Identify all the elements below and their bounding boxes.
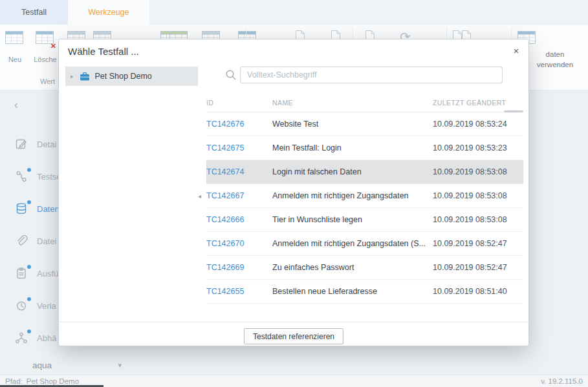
ribbon-group-label: Wert (40, 78, 55, 85)
dependencies-icon (14, 331, 28, 345)
testcase-name: Mein Testfall: Login (272, 143, 342, 152)
testcase-name: Login mit falschen Daten (272, 167, 362, 176)
tree-item-pet-shop-demo[interactable]: ▸ Pet Shop Demo (65, 67, 198, 86)
panel-collapse-icon[interactable]: ◂ (198, 193, 201, 200)
testcase-id-link[interactable]: TC142655 (206, 287, 244, 296)
testsequence-icon (14, 169, 28, 183)
table-row[interactable]: TC142676Website Test10.09.2019 08:53:24 (206, 112, 523, 136)
testcase-changed: 10.09.2019 08:52:47 (433, 263, 507, 272)
testcase-id-link[interactable]: TC142669 (206, 263, 244, 272)
execution-icon (14, 266, 28, 280)
sidebar-item-label: Daten (37, 204, 60, 214)
sidebar-footer-aqua[interactable]: aqua ▾ (0, 354, 129, 376)
delete-x-mark: ✕ (50, 42, 56, 50)
notification-dot (27, 265, 31, 269)
testcase-name: Tier in Wunschliste legen (272, 215, 362, 224)
notification-dot (27, 200, 31, 204)
column-header-id[interactable]: ID (206, 99, 213, 107)
ribbon-tab-bar: Testfall Werkzeuge (0, 0, 588, 25)
path-value: Pet Shop Demo (27, 377, 79, 385)
close-icon[interactable]: × (509, 43, 523, 58)
tree-item-label: Pet Shop Demo (95, 72, 152, 81)
choose-testcase-dialog: Wähle Testfall ... × ▸ Pet Shop Demo ID … (58, 39, 529, 346)
details-icon (14, 137, 28, 151)
tab-werkzeuge[interactable]: Werkzeuge (68, 0, 149, 25)
sidebar-item-label: Abhä (37, 333, 56, 343)
table-row[interactable]: TC142674Login mit falschen Daten10.09.20… (206, 160, 523, 184)
notification-dot (27, 297, 31, 301)
version-label: v. 19.2.115.0 (541, 377, 583, 385)
testcase-name: Bestellen neue Lieferadresse (272, 287, 377, 296)
testcase-id-link[interactable]: TC142675 (206, 143, 244, 152)
tab-testfall[interactable]: Testfall (0, 0, 68, 25)
sidebar-item-label: Ausfü (37, 269, 58, 278)
aqua-logo: aqua (32, 361, 52, 370)
testcase-id-link[interactable]: TC142670 (206, 239, 244, 248)
sidebar-item-label: Testse (37, 172, 61, 182)
sidebar-item-label: Detai (37, 140, 56, 149)
table-row[interactable]: TC142669Zu einfaches Passwort10.09.2019 … (206, 256, 523, 280)
testcase-changed: 10.09.2019 08:51:40 (433, 287, 507, 296)
tree-expand-icon[interactable]: ▸ (71, 73, 74, 79)
testcase-changed: 10.09.2019 08:53:23 (433, 143, 507, 152)
sidebar-item-label: Datei (37, 236, 56, 246)
testcase-changed: 10.09.2019 08:53:08 (433, 191, 507, 200)
testcase-id-link[interactable]: TC142674 (206, 167, 244, 176)
data-icon (14, 202, 28, 216)
files-icon (14, 234, 28, 248)
testcase-name: Anmelden mit richtigen Zugangsdaten (272, 191, 409, 200)
testcase-name: Anmelden mit richtigen Zugangsdaten (S..… (272, 239, 426, 248)
testcase-table-body: TC142676Website Test10.09.2019 08:53:24T… (206, 112, 523, 304)
project-briefcase-icon (80, 72, 90, 81)
table-row[interactable]: TC142675Mein Testfall: Login10.09.2019 0… (206, 136, 523, 160)
notification-dot (27, 329, 31, 333)
new-table-icon[interactable] (5, 30, 23, 48)
search-input[interactable] (240, 67, 503, 83)
delete-table-icon[interactable]: ✕ (36, 30, 54, 48)
delete-button-label[interactable]: Lösche (31, 56, 60, 63)
column-header-name[interactable]: NAME (272, 99, 293, 107)
chevron-down-icon[interactable]: ▾ (118, 361, 122, 370)
use-testdata-button-label[interactable]: daten (525, 50, 585, 58)
testcase-changed: 10.09.2019 08:53:08 (433, 167, 507, 176)
table-row[interactable]: TC142666Tier in Wunschliste legen10.09.2… (206, 208, 523, 232)
testcase-id-link[interactable]: TC142676 (206, 120, 244, 129)
new-button-label[interactable]: Neu (5, 56, 25, 63)
testcase-name: Zu einfaches Passwort (272, 263, 354, 272)
sidebar-collapse-icon[interactable]: ‹ (14, 98, 18, 112)
sidebar-item-label: Verla (37, 301, 56, 311)
testcase-id-link[interactable]: TC142667 (206, 191, 244, 200)
table-row[interactable]: TC142670Anmelden mit richtigen Zugangsda… (206, 232, 523, 256)
dialog-footer-separator (59, 322, 528, 322)
testcase-changed: 10.09.2019 08:53:08 (433, 215, 507, 224)
testcase-changed: 10.09.2019 08:53:24 (433, 120, 507, 129)
path-label: Pfad: (5, 377, 23, 385)
table-row[interactable]: TC142655Bestellen neue Lieferadresse10.0… (206, 280, 523, 304)
dialog-title: Wähle Testfall ... (68, 46, 139, 57)
testcase-changed: 10.09.2019 08:52:47 (433, 239, 507, 248)
testcase-name: Website Test (272, 120, 318, 129)
reference-testdata-button[interactable]: Testdaten referenzieren (244, 328, 343, 344)
use-testdata-button-label[interactable]: verwenden (525, 61, 585, 68)
table-row[interactable]: TC142667Anmelden mit richtigen Zugangsda… (206, 184, 523, 208)
history-icon (14, 298, 28, 313)
notification-dot (27, 168, 31, 172)
testcase-id-link[interactable]: TC142666 (206, 215, 244, 224)
search-icon (225, 69, 237, 83)
column-header-changed[interactable]: ZULETZT GEÄNDERT (433, 99, 506, 107)
